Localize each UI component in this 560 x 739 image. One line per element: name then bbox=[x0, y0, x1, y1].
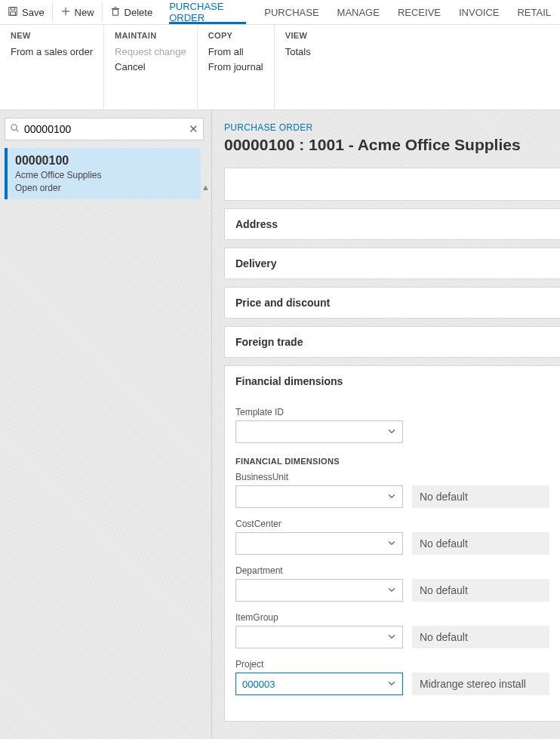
save-label: Save bbox=[22, 7, 45, 18]
ribbon-request-change[interactable]: Request change bbox=[115, 46, 186, 57]
ribbon-title-view: VIEW bbox=[285, 31, 311, 40]
ribbon-totals[interactable]: Totals bbox=[285, 46, 311, 57]
ribbon-cancel[interactable]: Cancel bbox=[115, 61, 186, 72]
section-price-discount[interactable]: Price and discount bbox=[224, 287, 560, 319]
chevron-down-icon bbox=[387, 491, 396, 503]
businessunit-default: No default bbox=[412, 485, 549, 508]
template-id-combo[interactable] bbox=[235, 420, 403, 443]
project-combo[interactable]: 000003 bbox=[235, 673, 403, 695]
right-pane: PURCHASE ORDER 00000100 : 1001 - Acme Of… bbox=[211, 110, 560, 739]
department-label: Department bbox=[235, 565, 549, 576]
template-id-label: Template ID bbox=[235, 407, 549, 417]
delete-label: Delete bbox=[125, 7, 153, 18]
costcenter-default: No default bbox=[412, 532, 549, 555]
project-value: 000003 bbox=[242, 679, 275, 690]
ribbon-title-new: NEW bbox=[11, 31, 93, 40]
section-blank[interactable] bbox=[224, 168, 560, 201]
project-label: Project bbox=[235, 659, 549, 670]
department-combo[interactable] bbox=[235, 579, 403, 602]
ribbon-from-journal[interactable]: From journal bbox=[208, 61, 263, 72]
ribbon-group-maintain: MAINTAIN Request change Cancel bbox=[104, 25, 198, 109]
svg-rect-1 bbox=[11, 7, 14, 10]
itemgroup-combo[interactable] bbox=[235, 626, 403, 648]
save-button[interactable]: Save bbox=[0, 0, 52, 24]
chevron-down-icon bbox=[387, 538, 396, 550]
itemgroup-default: No default bbox=[412, 626, 549, 648]
result-id: 00000100 bbox=[15, 154, 193, 168]
svg-line-9 bbox=[17, 130, 19, 132]
breadcrumb: PURCHASE ORDER bbox=[224, 122, 560, 133]
project-default: Midrange stereo install bbox=[412, 673, 549, 695]
svg-point-8 bbox=[11, 125, 17, 130]
new-button[interactable]: New bbox=[53, 0, 102, 24]
ribbon-group-new: NEW From a sales order bbox=[0, 25, 104, 109]
ribbon-from-sales-order[interactable]: From a sales order bbox=[11, 46, 93, 57]
search-input[interactable] bbox=[20, 123, 189, 135]
financial-dimensions-body: Template ID FINANCIAL DIMENSIONS Busines… bbox=[224, 396, 560, 722]
tab-receive[interactable]: RECEIVE bbox=[389, 0, 450, 24]
svg-rect-5 bbox=[112, 9, 118, 15]
tab-manage[interactable]: MANAGE bbox=[328, 0, 389, 24]
trash-icon bbox=[110, 6, 121, 19]
scroll-up-icon[interactable]: ▲ bbox=[202, 183, 210, 192]
ribbon-group-view: VIEW Totals bbox=[275, 25, 322, 109]
svg-rect-2 bbox=[11, 11, 16, 14]
section-foreign-trade[interactable]: Foreign trade bbox=[224, 326, 560, 358]
search-result-item[interactable]: 00000100 Acme Office Supplies Open order bbox=[5, 148, 201, 199]
ribbon-title-copy: COPY bbox=[208, 31, 263, 40]
section-delivery[interactable]: Delivery bbox=[224, 248, 560, 279]
top-toolbar: Save New Delete PURCHASE ORDER PURCHASE … bbox=[0, 0, 560, 25]
chevron-down-icon bbox=[387, 426, 396, 438]
ribbon: NEW From a sales order MAINTAIN Request … bbox=[0, 25, 560, 110]
search-icon bbox=[10, 123, 20, 135]
section-financial-dimensions[interactable]: Financial dimensions bbox=[224, 365, 560, 396]
ribbon-from-all[interactable]: From all bbox=[208, 46, 263, 57]
businessunit-label: BusinessUnit bbox=[235, 472, 549, 482]
tab-retail[interactable]: RETAIL bbox=[508, 0, 560, 24]
tab-strip: PURCHASE ORDER PURCHASE MANAGE RECEIVE I… bbox=[160, 0, 560, 24]
chevron-down-icon bbox=[387, 679, 396, 690]
save-icon bbox=[8, 6, 18, 19]
search-box[interactable]: ✕ bbox=[5, 118, 204, 140]
department-default: No default bbox=[412, 579, 549, 602]
itemgroup-label: ItemGroup bbox=[235, 612, 549, 623]
ribbon-title-maintain: MAINTAIN bbox=[115, 31, 186, 40]
result-status: Open order bbox=[15, 183, 193, 193]
clear-search-icon[interactable]: ✕ bbox=[189, 122, 198, 136]
page-title: 00000100 : 1001 - Acme Office Supplies bbox=[224, 136, 560, 154]
costcenter-label: CostCenter bbox=[235, 519, 549, 529]
tab-purchase-order[interactable]: PURCHASE ORDER bbox=[160, 0, 255, 24]
plus-icon bbox=[60, 6, 71, 19]
chevron-down-icon bbox=[387, 632, 396, 643]
new-label: New bbox=[75, 7, 94, 18]
ribbon-group-copy: COPY From all From journal bbox=[198, 25, 275, 109]
fin-dim-group-label: FINANCIAL DIMENSIONS bbox=[235, 457, 549, 466]
delete-button[interactable]: Delete bbox=[103, 0, 161, 24]
left-pane: ✕ 00000100 Acme Office Supplies Open ord… bbox=[0, 110, 211, 739]
main-area: ✕ 00000100 Acme Office Supplies Open ord… bbox=[0, 110, 560, 739]
result-vendor: Acme Office Supplies bbox=[15, 170, 193, 180]
businessunit-combo[interactable] bbox=[235, 485, 403, 508]
costcenter-combo[interactable] bbox=[235, 532, 403, 555]
chevron-down-icon bbox=[387, 585, 396, 596]
section-address[interactable]: Address bbox=[224, 208, 560, 240]
tab-purchase[interactable]: PURCHASE bbox=[255, 0, 328, 24]
tab-invoice[interactable]: INVOICE bbox=[450, 0, 508, 24]
